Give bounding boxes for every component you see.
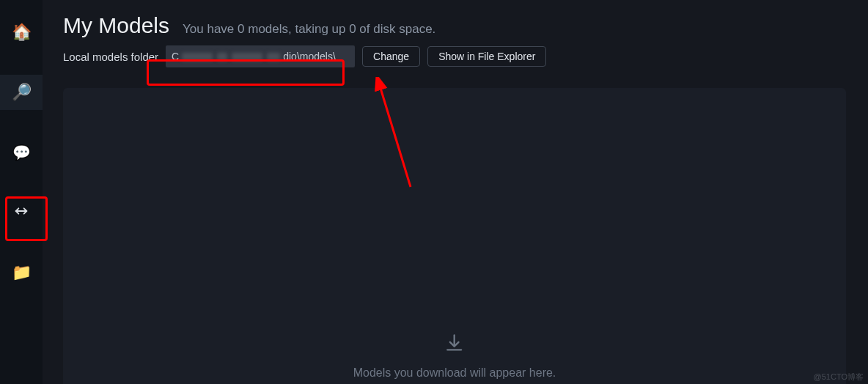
redacted-segment [217,53,227,61]
folder-row: Local models folder C dio\models\ Change… [63,45,846,67]
download-icon [444,333,465,356]
redacted-segment [232,53,262,61]
redacted-segment [182,53,213,61]
show-in-file-explorer-button[interactable]: Show in File Explorer [427,46,546,67]
main-content: My Models You have 0 models, taking up 0… [43,0,868,384]
empty-state-text: Models you download will appear here. [353,366,556,380]
path-prefix: C [172,51,179,62]
page-title: My Models [63,13,169,38]
models-list-area: Models you download will appear here. [63,88,846,384]
sidebar-item-search[interactable]: 🔎 [0,75,43,110]
sidebar: 🏠 🔎 💬 📁 [0,0,43,384]
path-suffix: dio\models\ [283,51,336,62]
header-row: My Models You have 0 models, taking up 0… [63,13,846,38]
redacted-segment [267,53,280,61]
sidebar-item-home[interactable]: 🏠 [0,15,43,50]
search-icon: 🔎 [12,84,32,100]
folder-icon: 📁 [12,265,32,281]
watermark: @51CTO博客 [814,372,864,383]
home-icon: 🏠 [12,24,32,40]
folder-label: Local models folder [63,51,158,63]
models-path-input[interactable]: C dio\models\ [166,45,355,67]
arrows-icon [13,203,29,222]
chat-icon: 💬 [12,145,31,160]
page-subtitle: You have 0 models, taking up 0 of disk s… [183,22,435,37]
sidebar-item-chat[interactable]: 💬 [0,135,43,170]
sidebar-item-folder[interactable]: 📁 [0,255,43,290]
sidebar-item-local-server[interactable] [0,195,43,230]
change-button[interactable]: Change [362,46,420,67]
empty-state: Models you download will appear here. [353,333,556,380]
